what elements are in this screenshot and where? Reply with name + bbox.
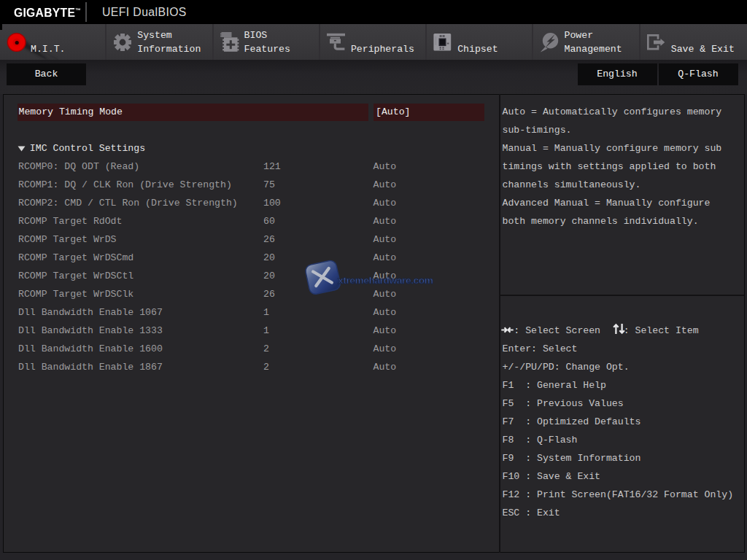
svg-text:xtremehardware.com: xtremehardware.com bbox=[338, 275, 433, 286]
